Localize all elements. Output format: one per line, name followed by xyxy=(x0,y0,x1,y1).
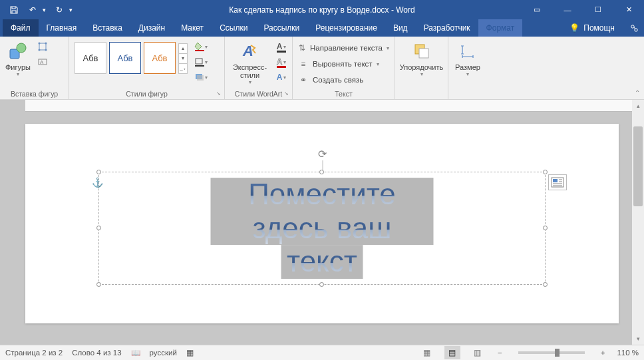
handle-e[interactable] xyxy=(543,226,548,230)
svg-point-6 xyxy=(45,43,47,45)
text-outline-button[interactable]: A▾ xyxy=(273,55,289,69)
text-box-button[interactable]: A xyxy=(35,55,51,69)
quick-access-toolbar: ↶ ▾ ↻ ▾ xyxy=(0,2,76,18)
wordart-text[interactable]: Поместите здесь ваш текст xyxy=(211,178,434,279)
maximize-button[interactable]: ☐ xyxy=(583,0,613,19)
zoom-out-button[interactable]: − xyxy=(495,349,505,357)
text-effects-button[interactable]: A▾ xyxy=(273,70,289,85)
view-read-mode[interactable]: ▦ xyxy=(419,346,435,359)
share-button[interactable] xyxy=(624,19,644,37)
vertical-scrollbar[interactable]: ▴ ▾ xyxy=(632,100,644,345)
gallery-more[interactable]: ⎯▾ xyxy=(178,63,188,74)
shape-outline-button[interactable]: ▾ xyxy=(193,55,209,69)
status-language[interactable]: русский xyxy=(150,349,177,357)
layout-options-button[interactable] xyxy=(548,174,567,190)
rotate-handle[interactable]: ⟳ xyxy=(318,148,327,160)
zoom-slider[interactable] xyxy=(518,351,585,354)
handle-w[interactable] xyxy=(96,226,101,230)
gallery-up[interactable]: ▴ xyxy=(178,43,188,54)
shapes-button[interactable]: Фигуры ▾ xyxy=(3,39,33,79)
scroll-thumb[interactable] xyxy=(633,126,643,206)
scroll-down[interactable]: ▾ xyxy=(632,333,644,345)
text-fill-button[interactable]: A▾ xyxy=(273,39,289,54)
qat-customize[interactable]: ▾ xyxy=(69,7,76,13)
svg-point-7 xyxy=(38,49,40,51)
spellcheck-icon[interactable]: 📖 xyxy=(131,348,140,357)
handle-n[interactable] xyxy=(319,170,324,174)
undo-button[interactable]: ↶ xyxy=(24,2,41,18)
shape-style-gallery[interactable]: Абв Абв Абв ▴ ▾ ⎯▾ xyxy=(72,39,189,77)
handle-nw[interactable] xyxy=(96,170,101,174)
horizontal-ruler[interactable] xyxy=(25,100,632,112)
lightbulb-icon: 💡 xyxy=(569,23,579,33)
status-page[interactable]: Страница 2 из 2 xyxy=(5,349,63,357)
handle-ne[interactable] xyxy=(543,170,548,174)
ribbon-options-button[interactable]: ▭ xyxy=(522,0,552,19)
view-print-layout[interactable]: ▤ xyxy=(444,346,460,359)
redo-button[interactable]: ↻ xyxy=(51,2,68,18)
gallery-down[interactable]: ▾ xyxy=(178,53,188,64)
align-text-button[interactable]: ≡ Выровнять текст ▾ xyxy=(295,57,392,71)
minimize-button[interactable]: — xyxy=(552,0,583,19)
align-text-label: Выровнять текст xyxy=(313,60,373,68)
quick-styles-button[interactable]: A Экспресс-стили ▾ xyxy=(228,39,272,87)
group-text: ⇅ Направление текста ▾ ≡ Выровнять текст… xyxy=(293,37,395,99)
text-direction-icon: ⇅ xyxy=(298,43,306,53)
close-button[interactable]: ✕ xyxy=(613,0,644,19)
tab-layout[interactable]: Макет xyxy=(173,19,212,37)
shape-style-1[interactable]: Абв xyxy=(75,42,106,74)
group-insert-shapes: Фигуры ▾ A Вставка фигур xyxy=(0,37,69,99)
link-icon: ⚭ xyxy=(298,75,309,85)
gallery-scroll: ▴ ▾ ⎯▾ xyxy=(178,43,188,73)
tab-home[interactable]: Главная xyxy=(39,19,85,37)
arrange-button[interactable]: Упорядочить ▾ xyxy=(398,39,445,79)
handle-s[interactable] xyxy=(319,282,324,287)
tab-developer[interactable]: Разработчик xyxy=(416,19,478,37)
tab-mailings[interactable]: Рассылки xyxy=(255,19,307,37)
zoom-level[interactable]: 110 % xyxy=(617,349,639,357)
status-words[interactable]: Слово 4 из 13 xyxy=(72,349,121,357)
zoom-knob[interactable] xyxy=(555,349,560,357)
wordart-icon: A xyxy=(240,41,261,62)
tab-design[interactable]: Дизайн xyxy=(130,19,173,37)
wordart-selection[interactable]: Поместите здесь ваш текст xyxy=(98,172,546,285)
tell-me[interactable]: 💡 Помощн xyxy=(560,19,624,37)
save-button[interactable] xyxy=(5,2,23,18)
shapes-label: Фигуры xyxy=(5,63,31,71)
tab-insert[interactable]: Вставка xyxy=(84,19,130,37)
shape-effects-button[interactable]: ▾ xyxy=(193,70,209,85)
shape-fill-button[interactable]: ▾ xyxy=(193,39,209,54)
tab-view[interactable]: Вид xyxy=(385,19,416,37)
titlebar: ↶ ▾ ↻ ▾ Как сделать надпись по кругу в В… xyxy=(0,0,644,19)
page[interactable]: ⚓ ⟳ Поместите здесь ваш текст xyxy=(25,124,619,323)
zoom-in-button[interactable]: + xyxy=(598,349,608,357)
text-direction-button[interactable]: ⇅ Направление текста ▾ xyxy=(295,41,392,55)
size-button[interactable]: Размер ▾ xyxy=(452,39,483,79)
macro-icon[interactable]: ▦ xyxy=(186,348,194,357)
group-label-text: Текст xyxy=(295,88,392,99)
group-label-shape-styles: Стили фигур xyxy=(72,88,222,99)
group-label-size xyxy=(451,88,484,99)
undo-dropdown[interactable]: ▾ xyxy=(43,7,49,13)
svg-rect-22 xyxy=(553,179,558,182)
text-direction-label: Направление текста xyxy=(310,44,383,52)
quick-styles-label: Экспресс-стили xyxy=(230,63,269,79)
group-label-insert-shapes: Вставка фигур xyxy=(3,88,66,99)
window-controls: ▭ — ☐ ✕ xyxy=(522,0,644,19)
create-link-button[interactable]: ⚭ Создать связь xyxy=(295,73,392,87)
tab-references[interactable]: Ссылки xyxy=(212,19,255,37)
tab-file[interactable]: Файл xyxy=(3,19,39,37)
handle-sw[interactable] xyxy=(96,282,101,287)
tab-review[interactable]: Рецензирование xyxy=(307,19,385,37)
arrange-label: Упорядочить xyxy=(400,63,443,71)
size-label: Размер xyxy=(455,63,480,71)
shape-style-3[interactable]: Абв xyxy=(144,42,176,74)
scroll-up[interactable]: ▴ xyxy=(632,100,644,112)
handle-se[interactable] xyxy=(543,282,548,287)
tab-format[interactable]: Формат xyxy=(478,19,523,37)
collapse-ribbon-button[interactable]: ⌃ xyxy=(635,89,640,96)
edit-shape-button[interactable] xyxy=(35,39,51,54)
view-web-layout[interactable]: ▥ xyxy=(470,346,486,359)
shape-style-2[interactable]: Абв xyxy=(109,42,141,74)
group-shape-styles: Абв Абв Абв ▴ ▾ ⎯▾ ▾ ▾ ▾ Стили фигур xyxy=(69,37,225,99)
